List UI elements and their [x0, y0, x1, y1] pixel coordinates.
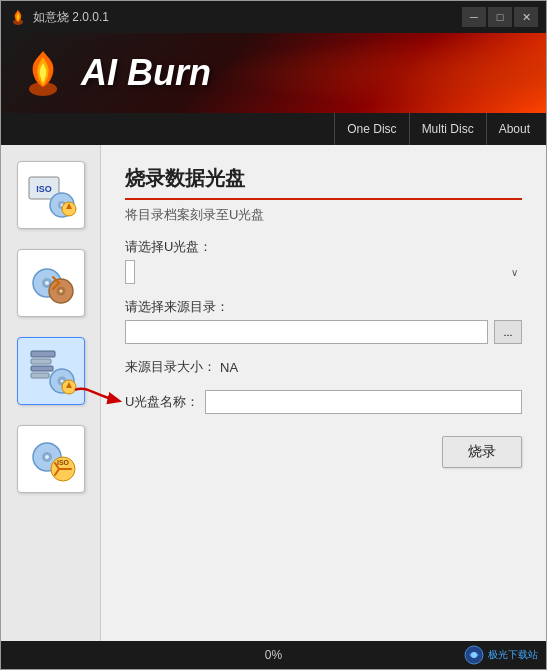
select-u-disc-group: 请选择U光盘： [125, 238, 522, 284]
app-window: 如意烧 2.0.0.1 ─ □ ✕ AI Burn One Disc Multi… [0, 0, 547, 670]
svg-point-24 [45, 455, 49, 459]
iso-burn-icon: ISO [25, 169, 77, 221]
source-size-value: NA [220, 360, 238, 375]
source-size-row: 来源目录大小： NA [125, 358, 522, 376]
maximize-button[interactable]: □ [488, 7, 512, 27]
burn-button[interactable]: 烧录 [442, 436, 522, 468]
burn-btn-container: 烧录 [125, 436, 522, 468]
source-size-label: 来源目录大小： [125, 358, 216, 376]
title-bar-controls: ─ □ ✕ [462, 7, 538, 27]
iso-create-icon: ISO [25, 433, 77, 485]
disc-name-input[interactable] [205, 390, 522, 414]
sidebar-iso-burn-button[interactable]: ISO [17, 161, 85, 229]
disc-name-label: U光盘名称： [125, 393, 199, 411]
select-dir-group: 请选择来源目录： ... [125, 298, 522, 344]
main-content: ISO [1, 145, 546, 641]
panel-title: 烧录数据光盘 [125, 165, 522, 200]
select-u-disc-row [125, 260, 522, 284]
close-button[interactable]: ✕ [514, 7, 538, 27]
app-name: AI Burn [81, 52, 211, 94]
red-arrow-icon [65, 380, 125, 420]
nav-bar: One Disc Multi Disc About [1, 113, 546, 145]
select-dir-row: ... [125, 320, 522, 344]
app-icon [9, 8, 27, 26]
progress-area: 0% 极光下载站 [1, 641, 546, 669]
svg-point-10 [45, 281, 49, 285]
right-panel: 烧录数据光盘 将目录档案刻录至U光盘 请选择U光盘： 请选择来源目录： [101, 145, 546, 641]
select-dir-input[interactable] [125, 320, 488, 344]
disc-name-row: U光盘名称： [125, 390, 522, 414]
svg-point-13 [59, 290, 62, 293]
svg-rect-16 [31, 366, 53, 371]
svg-point-20 [60, 380, 63, 383]
nav-one-disc[interactable]: One Disc [334, 113, 408, 145]
svg-rect-14 [31, 351, 55, 357]
sidebar-disc-copy-button[interactable] [17, 249, 85, 317]
flame-logo-icon [17, 47, 69, 99]
progress-logo: 极光下载站 [464, 645, 538, 665]
sidebar-iso-create-button[interactable]: ISO [17, 425, 85, 493]
select-u-disc-dropdown[interactable] [125, 260, 135, 284]
title-bar-text: 如意烧 2.0.0.1 [33, 9, 462, 26]
browse-dir-button[interactable]: ... [494, 320, 522, 344]
svg-text:ISO: ISO [36, 184, 52, 194]
panel-subtitle: 将目录档案刻录至U光盘 [125, 206, 522, 224]
disc-name-container: U光盘名称： [125, 390, 522, 414]
progress-text: 0% [13, 648, 534, 662]
title-bar: 如意烧 2.0.0.1 ─ □ ✕ [1, 1, 546, 33]
logo-text: 极光下载站 [488, 648, 538, 662]
select-u-disc-wrapper [125, 260, 522, 284]
svg-rect-17 [31, 373, 49, 378]
select-dir-label: 请选择来源目录： [125, 298, 522, 316]
minimize-button[interactable]: ─ [462, 7, 486, 27]
nav-about[interactable]: About [486, 113, 542, 145]
logo-icon [464, 645, 484, 665]
svg-text:ISO: ISO [56, 459, 69, 466]
header-banner: AI Burn [1, 33, 546, 113]
svg-point-29 [471, 652, 477, 658]
disc-copy-icon [25, 257, 77, 309]
select-u-disc-label: 请选择U光盘： [125, 238, 522, 256]
nav-multi-disc[interactable]: Multi Disc [409, 113, 486, 145]
svg-rect-15 [31, 359, 51, 364]
